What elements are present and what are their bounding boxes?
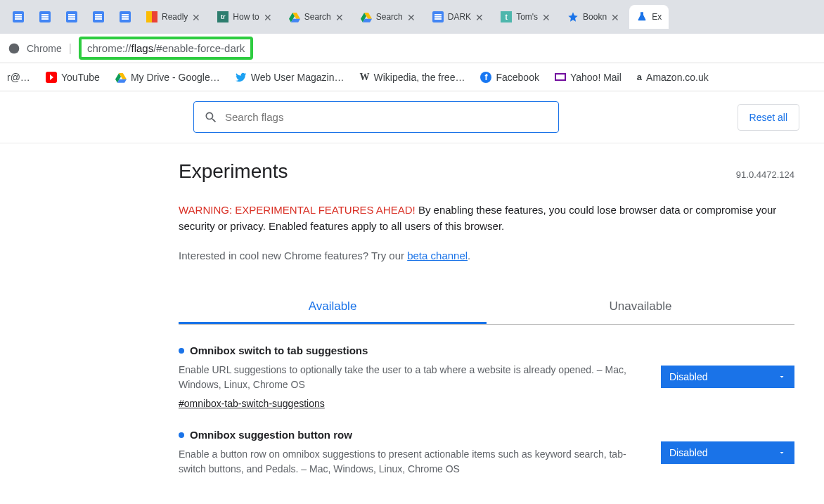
- warning-text: WARNING: EXPERIMENTAL FEATURES AHEAD! By…: [179, 202, 794, 234]
- docs-icon: [93, 11, 104, 22]
- browser-tab[interactable]: Search✕: [282, 5, 352, 29]
- flag-description: Enable a button row on omnibox suggestio…: [179, 447, 647, 477]
- bookmark-item[interactable]: r@…: [7, 72, 30, 83]
- version-label: 91.0.4472.124: [736, 169, 794, 180]
- twitter-icon: [236, 72, 247, 83]
- modified-dot-icon: [179, 348, 184, 354]
- page-title: Experiments: [179, 160, 288, 183]
- browser-tab[interactable]: [59, 5, 84, 29]
- bookmark-label: My Drive - Google…: [131, 72, 220, 83]
- tab-label: Search: [376, 12, 403, 22]
- tab-label: Bookn: [583, 12, 607, 22]
- bookmark-item[interactable]: Yahoo! Mail: [555, 72, 622, 83]
- warning-bold: WARNING: EXPERIMENTAL FEATURES AHEAD!: [179, 204, 416, 216]
- readly-icon: [146, 11, 157, 22]
- bookmark-item[interactable]: WWikipedia, the free…: [360, 72, 465, 83]
- docs-icon: [39, 11, 51, 22]
- tab-label: How to: [233, 12, 259, 22]
- beta-channel-link[interactable]: beta channel: [407, 250, 468, 261]
- svg-point-0: [9, 43, 20, 53]
- tab-label: Tom's: [516, 12, 538, 22]
- flag-state-value: Disabled: [669, 371, 707, 382]
- star-icon: [567, 11, 579, 22]
- bookmark-label: r@…: [7, 72, 30, 83]
- browser-tab[interactable]: tTom's✕: [494, 5, 559, 29]
- close-icon[interactable]: ✕: [192, 12, 202, 22]
- search-flags-box[interactable]: [193, 101, 559, 133]
- browser-tab[interactable]: [32, 5, 58, 29]
- flag-state-select[interactable]: Disabled: [661, 366, 794, 388]
- tab-label: Search: [304, 12, 331, 22]
- tab-label: DARK: [448, 12, 471, 22]
- chevron-down-icon: [778, 373, 786, 381]
- close-icon[interactable]: ✕: [264, 12, 273, 22]
- drive-icon: [115, 72, 127, 83]
- tr-icon: tr: [217, 11, 228, 22]
- address-host: flags: [131, 42, 153, 54]
- main-content: Experiments 91.0.4472.124 WARNING: EXPER…: [179, 143, 794, 477]
- browser-tab[interactable]: [86, 5, 111, 29]
- bookmark-label: Amazon.co.uk: [646, 72, 709, 83]
- browser-tab[interactable]: trHow to✕: [210, 5, 280, 29]
- browser-tab[interactable]: Bookn✕: [560, 5, 628, 29]
- bookmark-item[interactable]: aAmazon.co.uk: [637, 72, 709, 83]
- flag-state-value: Disabled: [669, 447, 707, 458]
- docs-icon: [66, 11, 77, 22]
- wikipedia-icon: W: [360, 72, 370, 83]
- browser-tab-active[interactable]: Ex: [629, 5, 669, 29]
- flag-hash-link[interactable]: #omnibox-tab-switch-suggestions: [179, 398, 647, 409]
- browser-tab[interactable]: DARK✕: [425, 5, 492, 29]
- address-hash: /#enable-force-dark: [153, 42, 245, 54]
- bookmark-item[interactable]: My Drive - Google…: [115, 72, 220, 83]
- bookmark-label: Facebook: [496, 72, 539, 83]
- flag-title: Omnibox switch to tab suggestions: [190, 344, 368, 356]
- bookmark-item[interactable]: YouTube: [46, 72, 100, 83]
- flag-tabs: Available Unavailable: [179, 291, 794, 325]
- chrome-icon: [8, 43, 20, 54]
- amazon-icon: a: [637, 72, 642, 82]
- beta-prefix: Interested in cool new Chrome features? …: [179, 250, 407, 261]
- flag-state-select[interactable]: Disabled: [661, 441, 794, 464]
- tab-strip: Readly✕ trHow to✕ Search✕ Search✕ DARK✕ …: [0, 0, 824, 34]
- close-icon[interactable]: ✕: [407, 12, 417, 22]
- close-icon[interactable]: ✕: [335, 12, 345, 22]
- browser-tab[interactable]: [6, 5, 31, 29]
- browser-tab[interactable]: Readly✕: [139, 5, 209, 29]
- bookmark-label: Web User Magazin…: [251, 72, 345, 83]
- flag-item: Omnibox switch to tab suggestions Enable…: [179, 325, 794, 409]
- chevron-down-icon: [778, 448, 786, 457]
- address-highlight[interactable]: chrome://flags/#enable-force-dark: [79, 37, 253, 60]
- flag-title: Omnibox suggestion button row: [190, 429, 352, 441]
- docs-icon: [120, 11, 131, 22]
- toms-icon: t: [501, 11, 512, 22]
- close-icon[interactable]: ✕: [542, 12, 552, 22]
- close-icon[interactable]: ✕: [611, 12, 621, 22]
- tab-unavailable[interactable]: Unavailable: [487, 291, 794, 324]
- search-icon: [204, 110, 218, 124]
- flag-item: Omnibox suggestion button row Enable a b…: [179, 409, 794, 477]
- reset-all-button[interactable]: Reset all: [738, 104, 799, 131]
- modified-dot-icon: [179, 432, 184, 438]
- bookmark-label: YouTube: [61, 72, 100, 83]
- address-scheme-label: Chrome: [27, 43, 62, 54]
- drive-icon: [289, 11, 300, 22]
- youtube-icon: [46, 72, 57, 83]
- docs-icon: [432, 11, 444, 22]
- docs-icon: [13, 11, 24, 22]
- drive-icon: [361, 11, 372, 22]
- tab-available[interactable]: Available: [179, 291, 487, 324]
- bookmark-item[interactable]: Web User Magazin…: [236, 72, 345, 83]
- tab-label: Ex: [652, 12, 662, 22]
- address-prefix: chrome://: [87, 42, 131, 54]
- search-row: Reset all: [15, 91, 809, 143]
- browser-tab[interactable]: Search✕: [354, 5, 424, 29]
- beta-line: Interested in cool new Chrome features? …: [179, 250, 794, 261]
- bookmark-item[interactable]: fFacebook: [480, 72, 539, 83]
- close-icon[interactable]: ✕: [475, 12, 485, 22]
- bookmarks-bar: r@… YouTube My Drive - Google… Web User …: [0, 63, 824, 91]
- facebook-icon: f: [480, 72, 491, 83]
- address-bar: Chrome | chrome://flags/#enable-force-da…: [0, 34, 824, 63]
- flag-description: Enable URL suggestions to optionally tak…: [179, 363, 647, 392]
- browser-tab[interactable]: [112, 5, 138, 29]
- search-input[interactable]: [225, 111, 548, 123]
